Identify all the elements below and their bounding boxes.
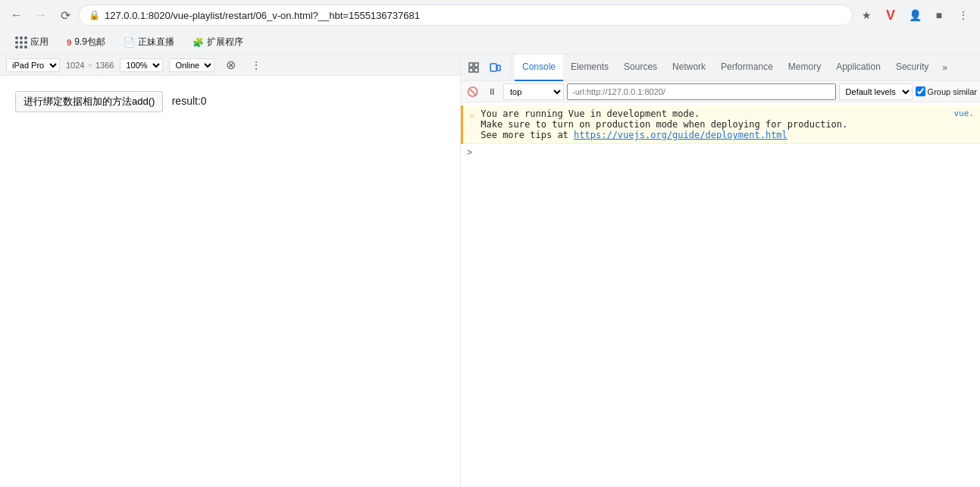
warning-icon: ⚠ — [469, 109, 474, 120]
console-output: ⚠ You are running Vue in development mod… — [461, 102, 980, 487]
url-text: 127.0.0.1:8020/vue-playlist/restart/06_v… — [105, 10, 843, 21]
tab-security[interactable]: Security — [888, 55, 936, 81]
devtools-left-icons — [464, 58, 512, 77]
responsive-bar: iPad Pro 1024 × 1366 100% Online ⊗ ⋮ — [0, 55, 460, 76]
clear-console-button[interactable]: 🚫 — [464, 83, 481, 100]
tab-network[interactable]: Network — [665, 55, 713, 81]
extension-button[interactable]: ■ — [928, 5, 950, 26]
filter-input[interactable] — [567, 83, 836, 100]
group-similar-label[interactable]: Group similar — [916, 86, 977, 96]
group-similar-checkbox[interactable] — [916, 86, 925, 96]
back-button[interactable]: ← — [6, 5, 27, 26]
bookmark-99-icon: 9 — [67, 38, 71, 47]
tab-application[interactable]: Application — [828, 55, 888, 81]
bookmarks-bar: 应用 9 9.9包邮 📄 正妹直播 🧩 扩展程序 — [0, 30, 980, 55]
dimensions-display: 1024 × 1366 — [66, 61, 114, 70]
browser-page: iPad Pro 1024 × 1366 100% Online ⊗ ⋮ 进行绑… — [0, 55, 461, 487]
nav-right-icons: ★ V 👤 ■ ⋮ — [856, 5, 974, 26]
levels-select[interactable]: Default levels — [839, 83, 913, 100]
bookmark-live[interactable]: 📄 正妹直播 — [117, 33, 180, 52]
width-value: 1024 — [66, 61, 84, 70]
console-message-text: You are running Vue in development mode.… — [481, 108, 947, 140]
bookmark-apps[interactable]: 应用 — [9, 33, 55, 52]
more-tabs-button[interactable]: » — [936, 55, 953, 81]
result-text: result:0 — [172, 95, 207, 107]
devtools-tabs: Console Elements Sources Network Perform… — [515, 55, 977, 81]
height-value: 1366 — [95, 61, 114, 70]
console-link[interactable]: https://vuejs.org/guide/deployment.html — [574, 130, 787, 140]
responsive-more-button[interactable]: ⋮ — [246, 55, 266, 75]
bookmark-99[interactable]: 9 9.9包邮 — [61, 33, 111, 52]
tab-elements[interactable]: Elements — [563, 55, 616, 81]
device-select[interactable]: iPad Pro — [6, 58, 60, 72]
device-toolbar-button[interactable] — [485, 58, 505, 77]
main-area: iPad Pro 1024 × 1366 100% Online ⊗ ⋮ 进行绑… — [0, 55, 980, 487]
add-button[interactable]: 进行绑定数据相加的方法add() — [15, 91, 163, 112]
browser-chrome: ← → ⟳ 🔒 127.0.0.1:8020/vue-playlist/rest… — [0, 0, 980, 487]
lock-icon: 🔒 — [89, 10, 100, 20]
console-message-vue-warning: ⚠ You are running Vue in development mod… — [461, 105, 980, 144]
inspect-element-button[interactable] — [464, 58, 484, 77]
bookmark-extension-label: 扩展程序 — [207, 36, 243, 49]
tab-console[interactable]: Console — [515, 55, 563, 81]
svg-rect-5 — [497, 65, 500, 71]
bookmark-99-label: 9.9包邮 — [74, 36, 105, 49]
network-select[interactable]: Online — [169, 58, 214, 72]
console-caret[interactable]: > — [461, 144, 980, 161]
page-content: 进行绑定数据相加的方法add() result:0 — [0, 76, 460, 487]
forward-button[interactable]: → — [30, 5, 52, 26]
bookmark-apps-label: 应用 — [30, 36, 49, 49]
address-bar[interactable]: 🔒 127.0.0.1:8020/vue-playlist/restart/06… — [79, 5, 853, 26]
bookmark-extension-icon: 🧩 — [193, 37, 204, 48]
dim-separator: × — [87, 61, 92, 70]
nav-bar: ← → ⟳ 🔒 127.0.0.1:8020/vue-playlist/rest… — [0, 0, 980, 30]
bookmark-live-label: 正妹直播 — [138, 36, 174, 49]
bookmark-star-button[interactable]: ★ — [856, 5, 877, 26]
svg-rect-4 — [490, 64, 496, 71]
console-toolbar: 🚫 ⏸ top Default levels Group similar — [461, 81, 980, 102]
tab-sources[interactable]: Sources — [616, 55, 665, 81]
svg-rect-3 — [474, 68, 478, 72]
throttle-more-button[interactable]: ⊗ — [221, 55, 240, 75]
tab-memory[interactable]: Memory — [781, 55, 828, 81]
console-source[interactable]: vue. — [954, 108, 975, 118]
svg-rect-2 — [469, 68, 473, 72]
svg-rect-0 — [469, 63, 473, 67]
tab-performance[interactable]: Performance — [713, 55, 781, 81]
bookmark-extension[interactable]: 🧩 扩展程序 — [186, 33, 249, 52]
pause-button[interactable]: ⏸ — [484, 83, 500, 100]
devtools-panel: Console Elements Sources Network Perform… — [461, 55, 980, 487]
profile-button[interactable]: 👤 — [904, 5, 925, 26]
vivaldi-icon-button[interactable]: V — [880, 5, 901, 26]
reload-button[interactable]: ⟳ — [55, 5, 76, 26]
svg-rect-1 — [474, 63, 478, 67]
menu-button[interactable]: ⋮ — [953, 5, 974, 26]
devtools-toolbar: Console Elements Sources Network Perform… — [461, 55, 980, 81]
apps-icon — [15, 36, 27, 49]
context-select[interactable]: top — [503, 83, 564, 100]
bookmark-live-icon: 📄 — [124, 37, 135, 48]
zoom-select[interactable]: 100% — [120, 58, 163, 72]
